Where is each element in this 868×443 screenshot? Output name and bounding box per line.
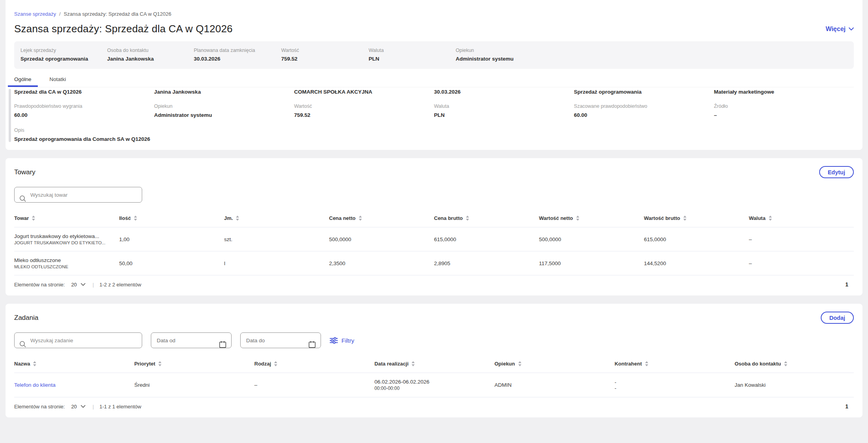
col-waluta[interactable]: Waluta — [749, 213, 854, 227]
summary-field-funnel: Lejek sprzedaży Sprzedaż oprogramowania — [20, 48, 107, 62]
detail-win-probability: Prawdopodobieństwo wygrania 60.00 — [14, 103, 154, 118]
tab-ogolne[interactable]: Ogólne — [8, 74, 38, 87]
sort-icon — [359, 216, 362, 221]
edit-products-button[interactable]: Edytuj — [819, 166, 854, 178]
detail-close-date: 30.03.2026 — [434, 89, 574, 95]
col-nazwa[interactable]: Nazwa — [14, 358, 134, 373]
products-section: Towary Edytuj Towar Ilość Jm. Cena netto… — [6, 158, 862, 295]
tasks-title: Zadania — [14, 314, 38, 322]
tasks-pagination: Elementów na stronie: 20 | 1-1 z 1 eleme… — [14, 403, 854, 410]
detail-owner: Opiekun Administrator systemu — [154, 103, 294, 118]
table-row[interactable]: Mleko odtłuszczone MLEKO ODTŁUSZCZONE 50… — [14, 251, 854, 275]
sort-icon — [274, 361, 277, 366]
task-time-range: 00:00-00:00 — [375, 386, 491, 391]
summary-field-close-date: Planowana data zamknięcia 30.03.2026 — [194, 48, 281, 62]
sort-icon — [683, 216, 686, 221]
col-towar[interactable]: Towar — [14, 213, 119, 227]
task-search — [14, 332, 142, 348]
products-table: Towar Ilość Jm. Cena netto Cena brutto W… — [14, 213, 854, 275]
summary-field-currency: Waluta PLN — [369, 48, 456, 62]
chevron-down-icon — [81, 405, 85, 408]
pagination-range: 1-1 z 1 elementów — [99, 404, 141, 410]
details-row-1: Sprzedaż dla CA w Q12026 Janina Jankowsk… — [14, 87, 854, 95]
products-title: Towary — [14, 168, 35, 176]
details-panel: Sprzedaż dla CA w Q12026 Janina Jankowsk… — [14, 87, 854, 142]
page-size-label: Elementów na stronie: — [14, 404, 65, 410]
filters-button[interactable]: Filtry — [330, 337, 354, 344]
table-row[interactable]: Jogurt truskawkowy do etykietowa... JOGU… — [14, 227, 854, 251]
col-rodzaj[interactable]: Rodzaj — [254, 358, 375, 373]
task-link[interactable]: Telefon do klienta — [14, 382, 56, 388]
page-size-select[interactable]: 20 — [71, 404, 85, 410]
opportunity-header-card: Szanse sprzedaży / Szansa sprzedaży: Spr… — [6, 0, 862, 150]
tasks-header-row: Nazwa Priorytet Rodzaj Data realizacji O… — [14, 358, 854, 373]
detail-value: Wartość 759.52 — [294, 103, 434, 118]
product-name: Jogurt truskawkowy do etykietowa... — [14, 233, 116, 239]
breadcrumb-separator: / — [59, 11, 61, 17]
details-row-2: Prawdopodobieństwo wygrania 60.00 Opieku… — [14, 103, 854, 118]
col-opiekun[interactable]: Opiekun — [495, 358, 615, 373]
page: Szanse sprzedaży / Szansa sprzedaży: Spr… — [0, 0, 868, 417]
page-size-select[interactable]: 20 — [71, 282, 85, 288]
sort-icon — [33, 361, 36, 366]
detail-description: Opis Sprzedaż oprogramowania dla Comarch… — [14, 127, 854, 142]
col-osoba-do-kontaktu[interactable]: Osoba do kontaktu — [734, 358, 854, 373]
chevron-down-icon — [849, 27, 854, 31]
page-number[interactable]: 1 — [845, 281, 848, 288]
sort-icon — [236, 216, 239, 221]
chevron-down-icon — [81, 283, 85, 286]
sort-icon — [32, 216, 35, 221]
col-wartosc-brutto[interactable]: Wartość brutto — [644, 213, 749, 227]
detail-source: Źródło – — [714, 103, 854, 118]
breadcrumb-current: Szansa sprzedaży: Sprzedaż dla CA w Q120… — [64, 11, 171, 17]
more-button-label: Więcej — [825, 26, 846, 33]
col-cena-netto[interactable]: Cena netto — [329, 213, 434, 227]
tab-notatki[interactable]: Notatki — [43, 74, 72, 87]
page-number[interactable]: 1 — [845, 403, 848, 410]
detail-campaign: Materiały marketingowe — [714, 89, 854, 95]
filters-label: Filtry — [341, 337, 354, 344]
col-ilosc[interactable]: Ilość — [119, 213, 224, 227]
tasks-section: Zadania Dodaj — [6, 304, 862, 417]
product-name: Mleko odtłuszczone — [14, 257, 116, 263]
page-size-label: Elementów na stronie: — [14, 282, 65, 288]
page-title: Szansa sprzedaży: Sprzedaż dla CA w Q120… — [14, 23, 233, 35]
detail-contact: Janina Jankowska — [154, 89, 294, 95]
sort-icon — [158, 361, 161, 366]
tab-bar: Ogólne Notatki — [14, 74, 854, 87]
sort-icon — [769, 216, 772, 221]
sort-icon — [466, 216, 469, 221]
detail-contractor: COMARCH SPOŁKA AKCYJNA — [294, 89, 434, 95]
product-code: MLEKO ODTŁUSZCZONE — [14, 264, 116, 269]
col-kontrahent[interactable]: Kontrahent — [614, 358, 734, 373]
add-task-button[interactable]: Dodaj — [821, 312, 854, 324]
col-cena-brutto[interactable]: Cena brutto — [434, 213, 539, 227]
col-jm[interactable]: Jm. — [224, 213, 329, 227]
sort-icon — [645, 361, 648, 366]
table-row[interactable]: Telefon do klienta Średni – 06.02.2026-0… — [14, 373, 854, 397]
detail-name: Sprzedaż dla CA w Q12026 — [14, 89, 154, 95]
tasks-table: Nazwa Priorytet Rodzaj Data realizacji O… — [14, 358, 854, 397]
pagination-range: 1-2 z 2 elementów — [99, 282, 141, 288]
breadcrumb: Szanse sprzedaży / Szansa sprzedaży: Spr… — [14, 0, 854, 17]
filters-icon — [330, 337, 338, 344]
col-wartosc-netto[interactable]: Wartość netto — [539, 213, 644, 227]
sort-icon — [412, 361, 415, 366]
col-data-realizacji[interactable]: Data realizacji — [375, 358, 495, 373]
pagination-separator: | — [93, 404, 94, 410]
col-priorytet[interactable]: Priorytet — [134, 358, 254, 373]
breadcrumb-link-opportunities[interactable]: Szanse sprzedaży — [14, 11, 56, 17]
sort-icon — [134, 216, 137, 221]
date-to-field — [240, 332, 321, 348]
title-row: Szansa sprzedaży: Sprzedaż dla CA w Q120… — [14, 23, 854, 35]
pagination-separator: | — [93, 282, 94, 288]
products-pagination: Elementów na stronie: 20 | 1-2 z 2 eleme… — [14, 281, 854, 288]
details-scrollbar[interactable] — [9, 89, 11, 142]
summary-field-contact: Osoba do kontaktu Janina Jankowska — [107, 48, 194, 62]
detail-currency: Waluta PLN — [434, 103, 574, 118]
more-button[interactable]: Więcej — [825, 26, 854, 33]
product-code: JOGURT TRUSKAWKOWY DO ETYKIETO... — [14, 240, 116, 245]
product-search-input[interactable] — [15, 192, 142, 198]
detail-funnel: Sprzedaż oprogramowania — [574, 89, 714, 95]
task-search-input[interactable] — [15, 338, 142, 343]
